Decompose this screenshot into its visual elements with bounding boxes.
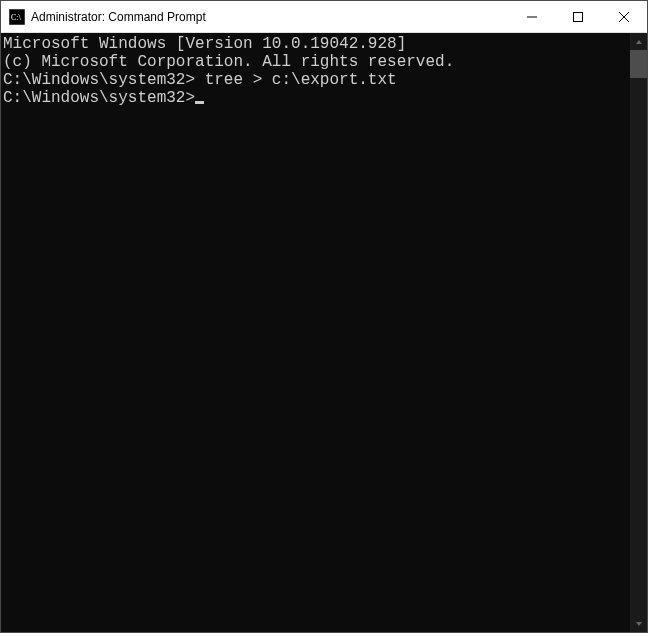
titlebar[interactable]: C:\ Administrator: Command Prompt: [1, 1, 647, 33]
prompt-path: C:\Windows\system32>: [3, 89, 195, 107]
copyright-line: (c) Microsoft Corporation. All rights re…: [3, 53, 630, 71]
terminal-output[interactable]: Microsoft Windows [Version 10.0.19042.92…: [1, 33, 630, 632]
command-text: tree > c:\export.txt: [195, 71, 397, 89]
maximize-button[interactable]: [555, 1, 601, 32]
content-area: Microsoft Windows [Version 10.0.19042.92…: [1, 33, 647, 632]
command-line: C:\Windows\system32> tree > c:\export.tx…: [3, 71, 630, 89]
command-prompt-window: C:\ Administrator: Command Prompt Micros…: [0, 0, 648, 633]
svg-rect-3: [574, 12, 583, 21]
svg-text:C:\: C:\: [11, 13, 22, 22]
svg-marker-6: [636, 40, 642, 44]
close-button[interactable]: [601, 1, 647, 32]
scroll-up-arrow[interactable]: [630, 33, 647, 50]
window-controls: [509, 1, 647, 32]
window-title: Administrator: Command Prompt: [31, 10, 509, 24]
current-prompt: C:\Windows\system32>: [3, 89, 630, 107]
prompt-path: C:\Windows\system32>: [3, 71, 195, 89]
vertical-scrollbar[interactable]: [630, 33, 647, 632]
svg-marker-7: [636, 622, 642, 626]
minimize-button[interactable]: [509, 1, 555, 32]
scroll-down-arrow[interactable]: [630, 615, 647, 632]
scroll-thumb[interactable]: [630, 50, 647, 78]
cursor: [195, 101, 204, 104]
cmd-icon: C:\: [9, 9, 25, 25]
scroll-track[interactable]: [630, 50, 647, 615]
version-line: Microsoft Windows [Version 10.0.19042.92…: [3, 35, 630, 53]
